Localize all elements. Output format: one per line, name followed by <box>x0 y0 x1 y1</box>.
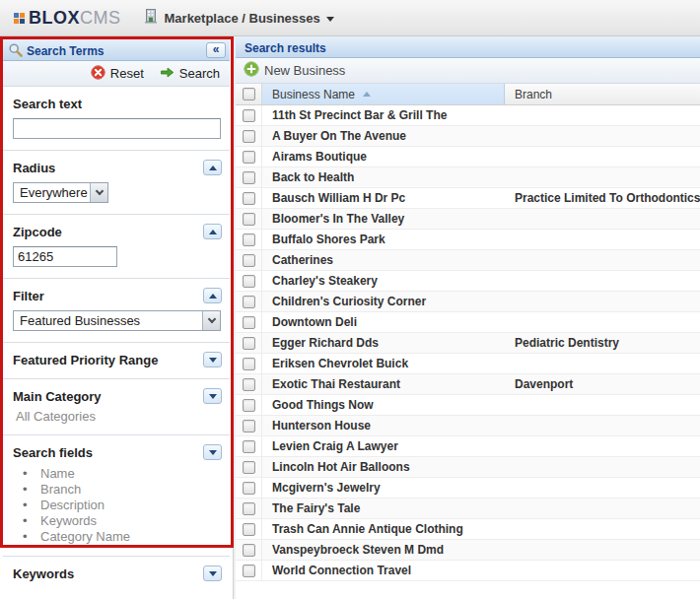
search-text-input[interactable] <box>13 118 221 139</box>
business-name-cell: The Fairy's Tale <box>262 499 505 518</box>
table-row[interactable]: Mcgivern's Jewelry <box>236 478 700 499</box>
row-checkbox[interactable] <box>236 271 262 291</box>
column-header-branch[interactable]: Branch <box>505 84 700 104</box>
business-name-cell: Charley's Steakery <box>262 271 505 291</box>
table-row[interactable]: Trash Can Annie Antique Clothing <box>236 519 700 540</box>
row-checkbox[interactable] <box>236 167 262 187</box>
search-button[interactable]: Search <box>160 65 220 83</box>
row-checkbox[interactable] <box>236 333 262 353</box>
dropdown-trigger-icon[interactable] <box>202 311 220 330</box>
table-row[interactable]: Bausch William H Dr PcPractice Limited T… <box>236 188 700 209</box>
app-window: BLOXCMS Marketplace / Businesses <box>0 0 700 599</box>
select-all-checkbox[interactable] <box>236 84 262 104</box>
row-checkbox[interactable] <box>236 499 262 518</box>
column-header-business-name[interactable]: Business Name <box>262 84 505 104</box>
reset-button[interactable]: Reset <box>91 65 144 83</box>
branch-cell <box>505 499 700 518</box>
table-row[interactable]: A Buyer On The Avenue <box>236 126 700 147</box>
row-checkbox[interactable] <box>236 209 262 229</box>
breadcrumb-menu[interactable]: Marketplace / Businesses <box>143 8 334 28</box>
row-checkbox[interactable] <box>236 395 262 415</box>
table-row[interactable]: Catherines <box>236 250 700 271</box>
collapse-search-fields-button[interactable] <box>203 444 222 460</box>
business-name-cell: Lincoln Hot Air Balloons <box>262 457 505 477</box>
new-business-button[interactable]: New Business <box>244 61 345 80</box>
blox-logo-icon <box>14 13 25 24</box>
section-search-fields: Search fields NameBranchDescriptionKeywo… <box>3 434 230 556</box>
business-name-cell: Catherines <box>262 250 505 270</box>
reset-label: Reset <box>110 66 144 81</box>
search-text-label: Search text <box>13 97 220 111</box>
table-row[interactable]: Airams Boutique <box>236 147 700 167</box>
table-row[interactable]: 11th St Precinct Bar & Grill The <box>236 105 700 126</box>
table-row[interactable]: Good Things Now <box>236 395 700 416</box>
dropdown-trigger-icon[interactable] <box>90 183 107 202</box>
row-checkbox[interactable] <box>236 416 262 435</box>
collapse-filter-button[interactable] <box>203 288 222 303</box>
collapse-priority-range-button[interactable] <box>203 352 222 367</box>
table-row[interactable]: Children's Curiosity Corner <box>236 292 700 312</box>
collapse-zipcode-button[interactable] <box>203 224 222 239</box>
featured-priority-range-label: Featured Priority Range <box>13 353 220 367</box>
table-row[interactable]: Vanspeybroeck Steven M Dmd <box>236 540 700 561</box>
table-row[interactable]: Downtown Deli <box>236 312 700 333</box>
collapse-radius-button[interactable] <box>203 160 222 175</box>
business-name-cell: Back to Health <box>262 167 505 187</box>
sort-ascending-icon <box>363 92 371 97</box>
table-row[interactable]: Buffalo Shores Park <box>236 230 700 250</box>
triangle-up-icon <box>209 294 217 299</box>
search-field-option: Category Name <box>13 529 220 545</box>
branch-cell <box>505 457 700 477</box>
table-row[interactable]: Hunterson House <box>236 416 700 436</box>
table-row[interactable]: Levien Craig A Lawyer <box>236 436 700 457</box>
search-terms-header: Search Terms « <box>3 39 230 61</box>
filter-selected-value: Featured Businesses <box>14 311 202 330</box>
zipcode-input[interactable] <box>13 246 117 267</box>
new-business-label: New Business <box>264 63 345 78</box>
business-name-cell: World Connection Travel <box>262 561 505 580</box>
row-checkbox[interactable] <box>236 105 262 125</box>
row-checkbox[interactable] <box>236 478 262 498</box>
collapse-main-category-button[interactable] <box>203 388 222 404</box>
table-row[interactable]: Exotic Thai RestaurantDavenport <box>236 374 700 395</box>
business-name-cell: Vanspeybroeck Steven M Dmd <box>262 540 505 560</box>
table-row[interactable]: Bloomer's In The Valley <box>236 209 700 230</box>
row-checkbox[interactable] <box>236 292 262 311</box>
keywords-label: Keywords <box>13 566 220 581</box>
collapse-panel-button[interactable]: « <box>206 42 226 58</box>
collapse-keywords-button[interactable] <box>203 566 222 581</box>
triangle-down-icon <box>209 571 217 576</box>
grid-header: Business Name Branch <box>236 84 700 105</box>
section-keywords: Keywords <box>3 556 230 599</box>
row-checkbox[interactable] <box>236 374 262 394</box>
table-row[interactable]: Lincoln Hot Air Balloons <box>236 457 700 478</box>
table-row[interactable]: Charley's Steakery <box>236 271 700 292</box>
row-checkbox[interactable] <box>236 188 262 208</box>
search-terms-panel: Search Terms « Reset <box>0 36 234 599</box>
row-checkbox[interactable] <box>236 457 262 477</box>
row-checkbox[interactable] <box>236 250 262 270</box>
row-checkbox[interactable] <box>236 540 262 560</box>
search-fields-list: NameBranchDescriptionKeywordsCategory Na… <box>13 466 220 545</box>
business-name-cell: A Buyer On The Avenue <box>262 126 505 146</box>
radius-select[interactable]: Everywhere <box>13 182 108 203</box>
table-row[interactable]: Back to Health <box>236 167 700 188</box>
business-name-cell: Bausch William H Dr Pc <box>262 188 505 208</box>
business-name-cell: Mcgivern's Jewelry <box>262 478 505 498</box>
table-row[interactable]: World Connection Travel <box>236 561 700 581</box>
row-checkbox[interactable] <box>236 230 262 249</box>
row-checkbox[interactable] <box>236 561 262 580</box>
table-row[interactable]: Eriksen Chevrolet Buick <box>236 354 700 374</box>
filter-select[interactable]: Featured Businesses <box>13 310 221 331</box>
row-checkbox[interactable] <box>236 354 262 373</box>
row-checkbox[interactable] <box>236 147 262 166</box>
table-row[interactable]: The Fairy's Tale <box>236 499 700 519</box>
branch-cell <box>505 416 700 435</box>
row-checkbox[interactable] <box>236 126 262 146</box>
row-checkbox[interactable] <box>236 519 262 539</box>
row-checkbox[interactable] <box>236 436 262 456</box>
triangle-down-icon <box>209 394 217 399</box>
business-name-cell: 11th St Precinct Bar & Grill The <box>262 105 505 125</box>
row-checkbox[interactable] <box>236 312 262 332</box>
table-row[interactable]: Egger Richard DdsPediatric Dentistry <box>236 333 700 354</box>
